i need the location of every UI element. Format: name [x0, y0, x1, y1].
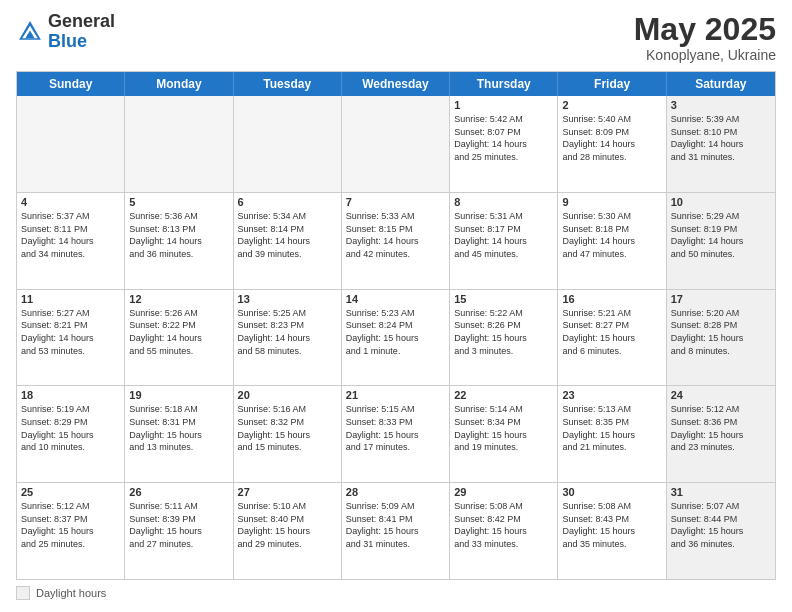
calendar-cell: 6Sunrise: 5:34 AM Sunset: 8:14 PM Daylig…	[234, 193, 342, 289]
calendar-cell: 5Sunrise: 5:36 AM Sunset: 8:13 PM Daylig…	[125, 193, 233, 289]
calendar-cell: 9Sunrise: 5:30 AM Sunset: 8:18 PM Daylig…	[558, 193, 666, 289]
title-location: Konoplyane, Ukraine	[634, 47, 776, 63]
calendar-row: 18Sunrise: 5:19 AM Sunset: 8:29 PM Dayli…	[17, 385, 775, 482]
day-number: 15	[454, 293, 553, 305]
day-detail: Sunrise: 5:10 AM Sunset: 8:40 PM Dayligh…	[238, 500, 337, 550]
day-detail: Sunrise: 5:20 AM Sunset: 8:28 PM Dayligh…	[671, 307, 771, 357]
footer: Daylight hours	[16, 586, 776, 600]
day-number: 10	[671, 196, 771, 208]
calendar-cell: 3Sunrise: 5:39 AM Sunset: 8:10 PM Daylig…	[667, 96, 775, 192]
header: General Blue May 2025 Konoplyane, Ukrain…	[16, 12, 776, 63]
calendar-cell	[125, 96, 233, 192]
day-of-week-header: Wednesday	[342, 72, 450, 96]
day-number: 9	[562, 196, 661, 208]
calendar-cell	[234, 96, 342, 192]
day-detail: Sunrise: 5:23 AM Sunset: 8:24 PM Dayligh…	[346, 307, 445, 357]
calendar-row: 25Sunrise: 5:12 AM Sunset: 8:37 PM Dayli…	[17, 482, 775, 579]
calendar-cell: 23Sunrise: 5:13 AM Sunset: 8:35 PM Dayli…	[558, 386, 666, 482]
day-detail: Sunrise: 5:22 AM Sunset: 8:26 PM Dayligh…	[454, 307, 553, 357]
day-detail: Sunrise: 5:34 AM Sunset: 8:14 PM Dayligh…	[238, 210, 337, 260]
calendar-cell: 31Sunrise: 5:07 AM Sunset: 8:44 PM Dayli…	[667, 483, 775, 579]
calendar-cell: 22Sunrise: 5:14 AM Sunset: 8:34 PM Dayli…	[450, 386, 558, 482]
calendar-cell: 14Sunrise: 5:23 AM Sunset: 8:24 PM Dayli…	[342, 290, 450, 386]
logo-icon	[16, 18, 44, 46]
calendar-cell: 28Sunrise: 5:09 AM Sunset: 8:41 PM Dayli…	[342, 483, 450, 579]
day-number: 21	[346, 389, 445, 401]
day-number: 7	[346, 196, 445, 208]
day-number: 2	[562, 99, 661, 111]
calendar-cell: 21Sunrise: 5:15 AM Sunset: 8:33 PM Dayli…	[342, 386, 450, 482]
day-detail: Sunrise: 5:16 AM Sunset: 8:32 PM Dayligh…	[238, 403, 337, 453]
day-number: 5	[129, 196, 228, 208]
day-number: 3	[671, 99, 771, 111]
logo-text: General Blue	[48, 12, 115, 52]
calendar-cell: 24Sunrise: 5:12 AM Sunset: 8:36 PM Dayli…	[667, 386, 775, 482]
day-detail: Sunrise: 5:09 AM Sunset: 8:41 PM Dayligh…	[346, 500, 445, 550]
day-detail: Sunrise: 5:40 AM Sunset: 8:09 PM Dayligh…	[562, 113, 661, 163]
day-detail: Sunrise: 5:12 AM Sunset: 8:36 PM Dayligh…	[671, 403, 771, 453]
day-of-week-header: Tuesday	[234, 72, 342, 96]
day-number: 12	[129, 293, 228, 305]
day-of-week-header: Sunday	[17, 72, 125, 96]
day-number: 8	[454, 196, 553, 208]
day-number: 17	[671, 293, 771, 305]
day-detail: Sunrise: 5:07 AM Sunset: 8:44 PM Dayligh…	[671, 500, 771, 550]
calendar-cell: 2Sunrise: 5:40 AM Sunset: 8:09 PM Daylig…	[558, 96, 666, 192]
calendar-cell: 15Sunrise: 5:22 AM Sunset: 8:26 PM Dayli…	[450, 290, 558, 386]
calendar-cell: 17Sunrise: 5:20 AM Sunset: 8:28 PM Dayli…	[667, 290, 775, 386]
day-detail: Sunrise: 5:37 AM Sunset: 8:11 PM Dayligh…	[21, 210, 120, 260]
day-detail: Sunrise: 5:21 AM Sunset: 8:27 PM Dayligh…	[562, 307, 661, 357]
calendar-cell: 7Sunrise: 5:33 AM Sunset: 8:15 PM Daylig…	[342, 193, 450, 289]
day-number: 16	[562, 293, 661, 305]
calendar-row: 11Sunrise: 5:27 AM Sunset: 8:21 PM Dayli…	[17, 289, 775, 386]
calendar-cell: 12Sunrise: 5:26 AM Sunset: 8:22 PM Dayli…	[125, 290, 233, 386]
calendar: SundayMondayTuesdayWednesdayThursdayFrid…	[16, 71, 776, 580]
calendar-cell: 25Sunrise: 5:12 AM Sunset: 8:37 PM Dayli…	[17, 483, 125, 579]
day-detail: Sunrise: 5:31 AM Sunset: 8:17 PM Dayligh…	[454, 210, 553, 260]
day-detail: Sunrise: 5:26 AM Sunset: 8:22 PM Dayligh…	[129, 307, 228, 357]
day-number: 24	[671, 389, 771, 401]
day-number: 13	[238, 293, 337, 305]
calendar-body: 1Sunrise: 5:42 AM Sunset: 8:07 PM Daylig…	[17, 96, 775, 579]
day-detail: Sunrise: 5:36 AM Sunset: 8:13 PM Dayligh…	[129, 210, 228, 260]
day-detail: Sunrise: 5:42 AM Sunset: 8:07 PM Dayligh…	[454, 113, 553, 163]
day-detail: Sunrise: 5:12 AM Sunset: 8:37 PM Dayligh…	[21, 500, 120, 550]
day-detail: Sunrise: 5:15 AM Sunset: 8:33 PM Dayligh…	[346, 403, 445, 453]
calendar-cell: 1Sunrise: 5:42 AM Sunset: 8:07 PM Daylig…	[450, 96, 558, 192]
day-number: 4	[21, 196, 120, 208]
calendar-cell: 30Sunrise: 5:08 AM Sunset: 8:43 PM Dayli…	[558, 483, 666, 579]
day-number: 25	[21, 486, 120, 498]
day-detail: Sunrise: 5:29 AM Sunset: 8:19 PM Dayligh…	[671, 210, 771, 260]
day-number: 23	[562, 389, 661, 401]
day-number: 28	[346, 486, 445, 498]
calendar-cell: 29Sunrise: 5:08 AM Sunset: 8:42 PM Dayli…	[450, 483, 558, 579]
day-detail: Sunrise: 5:27 AM Sunset: 8:21 PM Dayligh…	[21, 307, 120, 357]
calendar-cell: 27Sunrise: 5:10 AM Sunset: 8:40 PM Dayli…	[234, 483, 342, 579]
day-number: 29	[454, 486, 553, 498]
calendar-cell: 18Sunrise: 5:19 AM Sunset: 8:29 PM Dayli…	[17, 386, 125, 482]
day-number: 14	[346, 293, 445, 305]
calendar-cell: 8Sunrise: 5:31 AM Sunset: 8:17 PM Daylig…	[450, 193, 558, 289]
page: General Blue May 2025 Konoplyane, Ukrain…	[0, 0, 792, 612]
day-of-week-header: Thursday	[450, 72, 558, 96]
day-detail: Sunrise: 5:39 AM Sunset: 8:10 PM Dayligh…	[671, 113, 771, 163]
day-number: 1	[454, 99, 553, 111]
title-block: May 2025 Konoplyane, Ukraine	[634, 12, 776, 63]
day-number: 18	[21, 389, 120, 401]
day-detail: Sunrise: 5:14 AM Sunset: 8:34 PM Dayligh…	[454, 403, 553, 453]
calendar-cell: 10Sunrise: 5:29 AM Sunset: 8:19 PM Dayli…	[667, 193, 775, 289]
calendar-cell: 4Sunrise: 5:37 AM Sunset: 8:11 PM Daylig…	[17, 193, 125, 289]
calendar-cell: 16Sunrise: 5:21 AM Sunset: 8:27 PM Dayli…	[558, 290, 666, 386]
calendar-cell: 19Sunrise: 5:18 AM Sunset: 8:31 PM Dayli…	[125, 386, 233, 482]
calendar-cell: 13Sunrise: 5:25 AM Sunset: 8:23 PM Dayli…	[234, 290, 342, 386]
day-detail: Sunrise: 5:08 AM Sunset: 8:42 PM Dayligh…	[454, 500, 553, 550]
day-number: 6	[238, 196, 337, 208]
day-number: 27	[238, 486, 337, 498]
calendar-cell	[17, 96, 125, 192]
day-number: 31	[671, 486, 771, 498]
day-detail: Sunrise: 5:25 AM Sunset: 8:23 PM Dayligh…	[238, 307, 337, 357]
calendar-row: 4Sunrise: 5:37 AM Sunset: 8:11 PM Daylig…	[17, 192, 775, 289]
day-detail: Sunrise: 5:30 AM Sunset: 8:18 PM Dayligh…	[562, 210, 661, 260]
day-detail: Sunrise: 5:11 AM Sunset: 8:39 PM Dayligh…	[129, 500, 228, 550]
day-number: 30	[562, 486, 661, 498]
